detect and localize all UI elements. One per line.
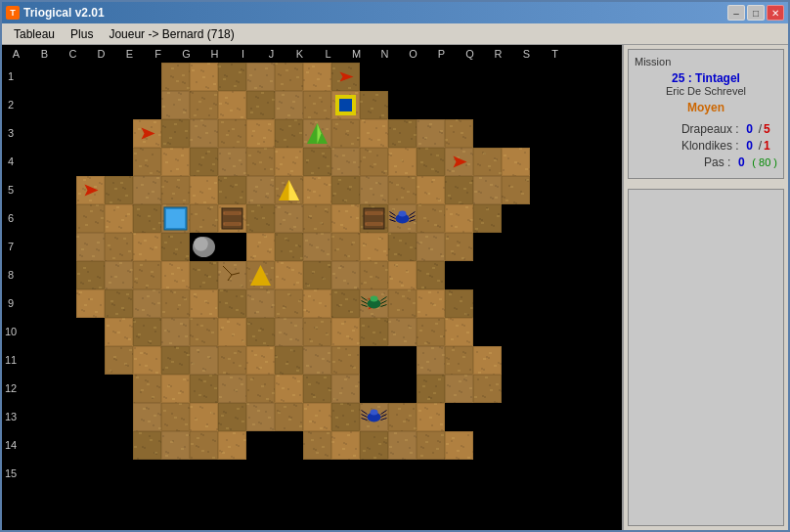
row-header-7: 7 [2,233,20,261]
pas-row: Pas : 0 ( 80 ) [635,155,777,169]
drapeaux-label: Drapeaux : [635,122,743,136]
col-header-H: H [200,45,229,63]
klondikes-sep: / [757,139,764,153]
drapeaux-total: 5 [764,122,777,136]
col-header-O: O [399,45,427,63]
drapeaux-current: 0 [743,122,757,136]
col-headers: ABCDEFGHIJKLMNOPQRST [2,45,622,63]
klondikes-row: Klondikes : 0 / 1 [635,139,777,153]
row-header-2: 2 [2,91,20,119]
title-bar: T Triogical v2.01 – □ ✕ [2,2,788,23]
col-header-N: N [371,45,399,63]
col-header-M: M [342,45,371,63]
row-header-1: 1 [2,63,20,91]
mission-box: Mission 25 : Tintagel Eric De Schrevel M… [628,49,784,179]
preview-box [628,189,784,526]
row-header-4: 4 [2,148,20,176]
col-header-B: B [30,45,59,63]
klondikes-total: 1 [764,139,777,153]
right-panel: Mission 25 : Tintagel Eric De Schrevel M… [622,45,788,530]
row-header-8: 8 [2,261,20,289]
app-icon: T [6,6,20,20]
col-header-F: F [144,45,172,63]
col-header-I: I [229,45,257,63]
drapeaux-sep: / [757,122,764,136]
klondikes-label: Klondikes : [635,139,743,153]
grid-canvas-area [20,63,622,530]
row-header-14: 14 [2,431,20,460]
maximize-button[interactable]: □ [747,5,765,21]
row-header-5: 5 [2,176,20,204]
menu-bar: Tableau Plus Joueur -> Bernard (718) [2,23,788,45]
row-header-10: 10 [2,318,20,346]
col-header-J: J [257,45,285,63]
row-header-12: 12 [2,375,20,403]
row-headers: 123456789101112131415 [2,63,20,530]
col-header-E: E [115,45,144,63]
pas-current: 0 [734,155,748,169]
row-header-11: 11 [2,346,20,375]
mission-author: Eric De Schrevel [635,85,777,97]
main-window: T Triogical v2.01 – □ ✕ Tableau Plus Jou… [0,0,790,532]
row-header-9: 9 [2,289,20,318]
col-header-S: S [512,45,541,63]
game-area[interactable]: ABCDEFGHIJKLMNOPQRST 1234567891011121314… [2,45,622,530]
klondikes-current: 0 [743,139,757,153]
col-header-T: T [541,45,569,63]
col-header-P: P [427,45,456,63]
pas-label: Pas : [635,155,734,169]
col-header-D: D [87,45,115,63]
pas-extra: ( 80 ) [752,156,777,168]
col-header-L: L [314,45,342,63]
menu-plus[interactable]: Plus [63,25,101,43]
col-header-C: C [59,45,87,63]
row-header-3: 3 [2,119,20,148]
drapeaux-row: Drapeaux : 0 / 5 [635,122,777,136]
minimize-button[interactable]: – [727,5,745,21]
window-title: Triogical v2.01 [23,6,105,20]
row-header-13: 13 [2,403,20,431]
col-header-K: K [285,45,314,63]
title-bar-text: T Triogical v2.01 [6,6,105,20]
row-header-6: 6 [2,204,20,233]
col-header-A: A [2,45,30,63]
main-content: ABCDEFGHIJKLMNOPQRST 1234567891011121314… [2,45,788,530]
col-header-G: G [172,45,200,63]
col-header-R: R [484,45,512,63]
col-header-Q: Q [456,45,484,63]
mission-number: 25 : Tintagel [635,71,777,85]
game-canvas[interactable] [20,63,587,488]
menu-joueur[interactable]: Joueur -> Bernard (718) [101,25,241,43]
window-controls: – □ ✕ [727,5,784,21]
menu-tableau[interactable]: Tableau [6,25,63,43]
close-button[interactable]: ✕ [767,5,784,21]
mission-title: Mission [635,56,777,67]
mission-difficulty: Moyen [635,101,777,114]
row-header-15: 15 [2,460,20,488]
